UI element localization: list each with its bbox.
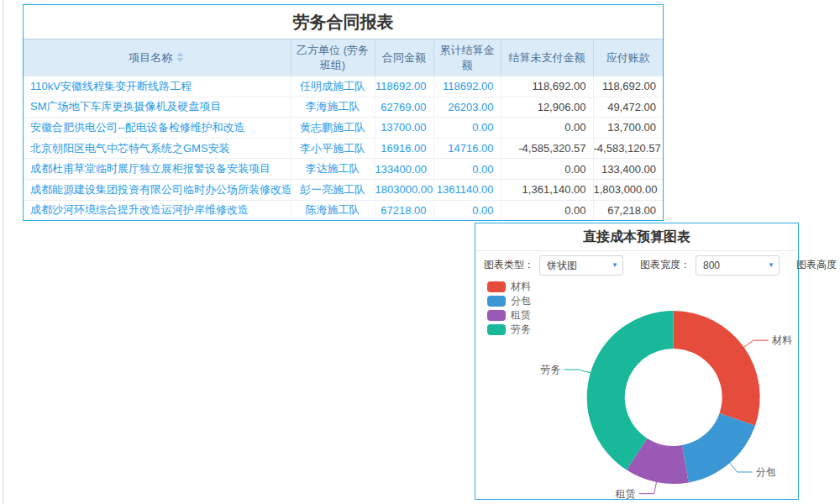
chart-height-label: 图表高度： [796, 258, 840, 272]
chart-width-select[interactable]: 800 ▼ [696, 255, 780, 276]
chart-height-group: 图表高度： 500 ▼ [796, 255, 840, 276]
settled-amount-cell[interactable]: 14716.00 [433, 138, 501, 159]
slice-label: 分包 [756, 466, 776, 478]
contract-amount-cell[interactable]: 1803000.00 [375, 179, 433, 200]
col-header-settled-amount: 累计结算金额 [433, 39, 501, 77]
team-cell: 李达施工队 [291, 159, 375, 180]
table-row: 成都杜甫草堂临时展厅独立展柜报警设备安装项目 李达施工队 133400.00 0… [24, 159, 663, 180]
table-row: 成都沙河环境综合提升改造运河护岸维修改造 陈海施工队 67218.00 0.00… [24, 200, 663, 220]
contract-amount-cell[interactable]: 13700.00 [375, 118, 433, 139]
table-row: SM广场地下车库更换摄像机及硬盘项目 李海施工队 62769.00 26203.… [24, 97, 663, 118]
chart-title: 直接成本预算图表 [475, 223, 798, 251]
col-header-payable: 应付账款 [593, 39, 663, 77]
chart-controls: 图表类型： 饼状图 ▼ 图表宽度： 800 ▼ 图表高度： 500 ▼ [475, 251, 798, 279]
labor-contract-report-panel: 劳务合同报表 项目名称 乙方单位 (劳务班组) 合同金额 累计结算金额 结算未支… [23, 4, 664, 221]
unpaid-amount-cell: 0.00 [501, 159, 593, 180]
label-leader-line [743, 340, 769, 348]
team-cell: 陈海施工队 [291, 200, 375, 220]
unpaid-amount-cell: 118,692.00 [501, 76, 593, 97]
chart-type-group: 图表类型： 饼状图 ▼ [484, 255, 623, 276]
unpaid-amount-cell: 0.00 [501, 200, 593, 220]
col-header-project-label: 项目名称 [129, 51, 172, 64]
settled-amount-cell[interactable]: 1361140.00 [433, 179, 501, 200]
sort-icon[interactable] [176, 51, 185, 66]
cost-budget-chart-panel: 直接成本预算图表 图表类型： 饼状图 ▼ 图表宽度： 800 ▼ 图表高度： 5… [475, 223, 799, 500]
payable-cell: -4,583,120.57 [593, 138, 663, 159]
project-link[interactable]: SM广场地下车库更换摄像机及硬盘项目 [30, 100, 222, 113]
project-link[interactable]: 110kV安徽线程集变开断线路工程 [30, 80, 192, 92]
col-header-contract-amount: 合同金额 [375, 39, 433, 77]
window-edge [3, 0, 3, 504]
slice-label: 材料 [771, 334, 792, 346]
settled-amount-cell[interactable]: 0.00 [433, 118, 501, 139]
project-link[interactable]: 成都沙河环境综合提升改造运河护岸维修改造 [30, 203, 249, 216]
table-header-row: 项目名称 乙方单位 (劳务班组) 合同金额 累计结算金额 结算未支付金额 应付账… [24, 39, 663, 77]
pie-slice-0[interactable] [674, 311, 760, 426]
payable-cell: 118,692.00 [593, 76, 663, 97]
chart-type-value: 饼状图 [547, 260, 577, 271]
team-cell: 李小平施工队 [291, 138, 375, 159]
chevron-down-icon: ▼ [612, 256, 618, 275]
col-header-team: 乙方单位 (劳务班组) [291, 39, 375, 77]
chevron-down-icon: ▼ [768, 256, 774, 275]
report-table-body: 110kV安徽线程集变开断线路工程 任明成施工队 118692.00 11869… [24, 76, 663, 220]
payable-cell: 13,700.00 [593, 118, 663, 139]
unpaid-amount-cell: 12,906.00 [501, 97, 593, 118]
slice-label: 租赁 [615, 488, 636, 499]
project-link[interactable]: 安徽合肥供电公司--配电设备检修维护和改造 [30, 121, 245, 134]
table-row: 安徽合肥供电公司--配电设备检修维护和改造 黄志鹏施工队 13700.00 0.… [24, 118, 663, 139]
contract-amount-cell[interactable]: 118692.00 [375, 76, 433, 97]
chart-width-label: 图表宽度： [640, 258, 690, 272]
contract-amount-cell[interactable]: 67218.00 [375, 200, 433, 220]
unpaid-amount-cell: -4,585,320.57 [501, 138, 593, 159]
label-leader-line [639, 481, 657, 494]
donut-chart: 材料分包租赁劳务 [475, 279, 798, 499]
chart-width-group: 图表宽度： 800 ▼ [640, 255, 780, 276]
contract-amount-cell[interactable]: 62769.00 [375, 97, 433, 118]
project-link[interactable]: 北京朝阳区电气中芯特气系统之GMS安装 [30, 142, 230, 155]
chart-width-value: 800 [703, 260, 720, 271]
table-row: 成都能源建设集团投资有限公司临时办公场所装修改造工程EPC 彭一亮施工队 180… [24, 179, 663, 200]
project-link[interactable]: 成都杜甫草堂临时展厅独立展柜报警设备安装项目 [30, 162, 270, 175]
label-leader-line [564, 370, 591, 373]
team-cell: 彭一亮施工队 [291, 179, 375, 200]
contract-amount-cell[interactable]: 133400.00 [375, 159, 433, 180]
team-cell: 李海施工队 [291, 97, 375, 118]
settled-amount-cell[interactable]: 0.00 [433, 200, 501, 220]
contract-amount-cell[interactable]: 16916.00 [375, 138, 433, 159]
chart-type-select[interactable]: 饼状图 ▼ [539, 255, 623, 276]
payable-cell: 133,400.00 [593, 159, 663, 180]
chart-area: 材料分包租赁劳务 材料分包租赁劳务 [475, 279, 798, 500]
col-header-unpaid-amount: 结算未支付金额 [501, 39, 593, 77]
table-row: 110kV安徽线程集变开断线路工程 任明成施工队 118692.00 11869… [24, 76, 663, 97]
label-leader-line [729, 463, 753, 472]
report-table: 项目名称 乙方单位 (劳务班组) 合同金额 累计结算金额 结算未支付金额 应付账… [24, 39, 663, 220]
project-link[interactable]: 成都能源建设集团投资有限公司临时办公场所装修改造工程EPC [30, 183, 291, 196]
col-header-project[interactable]: 项目名称 [24, 39, 291, 77]
settled-amount-cell[interactable]: 118692.00 [433, 76, 501, 97]
team-cell: 任明成施工队 [291, 76, 375, 97]
unpaid-amount-cell: 1,361,140.00 [501, 179, 593, 200]
team-cell: 黄志鹏施工队 [291, 118, 375, 139]
slice-label: 劳务 [540, 364, 560, 375]
table-row: 北京朝阳区电气中芯特气系统之GMS安装 李小平施工队 16916.00 1471… [24, 138, 663, 159]
payable-cell: 1,803,000.00 [593, 179, 663, 200]
chart-type-label: 图表类型： [484, 258, 534, 272]
report-title: 劳务合同报表 [24, 5, 663, 39]
settled-amount-cell[interactable]: 26203.00 [433, 97, 501, 118]
unpaid-amount-cell: 0.00 [501, 118, 593, 139]
payable-cell: 49,472.00 [593, 97, 663, 118]
settled-amount-cell[interactable]: 0.00 [433, 159, 501, 180]
payable-cell: 67,218.00 [593, 200, 663, 220]
